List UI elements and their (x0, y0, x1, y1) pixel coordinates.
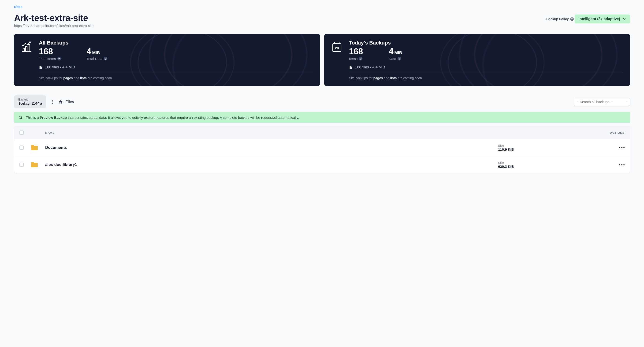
table-row[interactable]: alex-doc-library1 Size 620.3 KiB (14, 156, 630, 173)
svg-rect-2 (26, 46, 27, 52)
row-size: 620.3 KiB (498, 164, 596, 168)
card-all-backups: All Backups 168 Total Items ? 4MiB (14, 34, 320, 86)
help-icon[interactable]: ? (398, 57, 401, 60)
svg-point-16 (19, 116, 22, 118)
row-checkbox[interactable] (20, 162, 24, 167)
files-table: NAME ACTIONS Documents Size 110.9 KiB al… (14, 126, 630, 174)
calendar-icon: 28 (331, 41, 342, 52)
help-icon[interactable]: ? (570, 17, 574, 21)
chart-icon (21, 41, 32, 52)
more-menu-button[interactable] (50, 98, 55, 106)
preview-backup-banner: This is a Preview Backup that contains p… (14, 112, 630, 123)
card-title: All Backups (39, 40, 313, 46)
chevron-down-icon (622, 17, 626, 21)
backup-selector-value: Today, 2:44p (18, 101, 42, 106)
size-label: Size (498, 144, 596, 148)
svg-rect-3 (28, 44, 30, 52)
home-icon (58, 100, 63, 104)
backup-selector[interactable]: Backup Today, 2:44p (14, 95, 46, 108)
help-icon[interactable]: ? (359, 57, 362, 60)
file-summary: 168 files • 4.4 MiB (355, 65, 385, 69)
svg-text:28: 28 (335, 46, 339, 50)
search-input[interactable] (580, 100, 624, 104)
card-todays-backups: 28 Today's Backups 168 Items ? 4Mi (324, 34, 630, 86)
total-items-label: Total Items ? (39, 57, 61, 61)
search-icon (18, 115, 22, 120)
svg-line-13 (578, 102, 578, 102)
total-data-label: Total Data ? (87, 57, 108, 61)
row-checkbox[interactable] (20, 146, 24, 150)
svg-line-17 (21, 118, 22, 119)
column-name-header[interactable]: NAME (45, 131, 498, 134)
coming-soon-note: Site backups for pages and lists are com… (39, 76, 313, 80)
total-items-value: 168 (39, 47, 61, 56)
svg-point-7 (30, 42, 30, 43)
file-icon (349, 65, 353, 69)
svg-point-4 (22, 45, 24, 46)
help-icon[interactable]: ? (104, 57, 107, 60)
row-name: alex-doc-library1 (45, 162, 77, 167)
today-data-value: 4 (389, 47, 394, 56)
page-url: https://nr70.sharepoint.com/sites/Ark-te… (14, 24, 94, 28)
backup-policy-label: Backup Policy ? (546, 17, 574, 21)
row-size: 110.9 KiB (498, 148, 596, 151)
total-data-value: 4 (87, 47, 91, 56)
close-icon[interactable] (626, 100, 627, 104)
column-actions-header: ACTIONS (596, 131, 624, 134)
total-data-unit: MiB (92, 50, 100, 55)
breadcrumb-sites[interactable]: Sites (14, 5, 22, 9)
row-actions-button[interactable] (596, 147, 624, 148)
file-icon (39, 65, 43, 69)
svg-point-12 (577, 102, 578, 102)
files-breadcrumb[interactable]: Files (58, 100, 74, 104)
backup-policy-selector[interactable]: Intelligent (3x adaptive) (575, 14, 630, 24)
today-items-label: Items ? (349, 57, 363, 61)
row-name: Documents (45, 145, 67, 150)
file-summary: 168 files • 4.4 MiB (45, 65, 75, 69)
table-row[interactable]: Documents Size 110.9 KiB (14, 139, 630, 156)
today-data-unit: MiB (394, 50, 402, 55)
svg-rect-1 (23, 48, 24, 52)
folder-icon (31, 162, 38, 167)
page-title: Ark-test-extra-site (14, 13, 94, 23)
coming-soon-note: Site backups for pages and lists are com… (349, 76, 623, 80)
svg-point-6 (27, 44, 28, 45)
today-items-value: 168 (349, 47, 363, 56)
svg-point-5 (25, 43, 26, 44)
table-header: NAME ACTIONS (14, 126, 630, 139)
card-title: Today's Backups (349, 40, 623, 46)
folder-icon (31, 145, 38, 150)
search-box[interactable] (574, 98, 630, 106)
backup-selector-label: Backup (18, 98, 42, 101)
help-icon[interactable]: ? (58, 57, 61, 60)
today-data-label: Data ? (389, 57, 401, 61)
search-icon (577, 100, 578, 104)
row-actions-button[interactable] (596, 164, 624, 166)
select-all-checkbox[interactable] (20, 130, 24, 135)
size-label: Size (498, 161, 596, 164)
